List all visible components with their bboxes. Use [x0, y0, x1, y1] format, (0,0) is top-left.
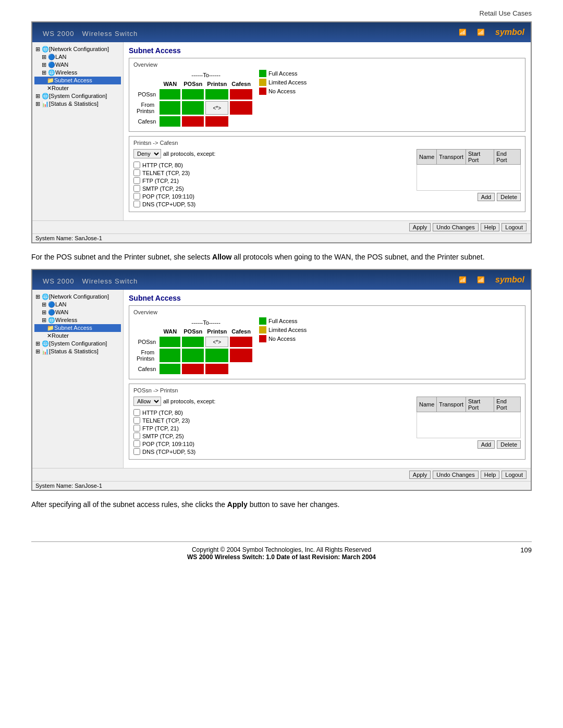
sidebar2-network-config[interactable]: ⊞ 🌐[Network Configuration] [34, 293, 121, 301]
add-button-2[interactable]: Add [478, 440, 495, 449]
grid2-1-2[interactable] [205, 349, 228, 362]
sidebar-wan[interactable]: ⊞ 🔵WAN [34, 61, 121, 69]
panel-1-header-icons: 📶 📶 symbol [459, 28, 524, 37]
delete-button-1[interactable]: Delete [497, 193, 521, 201]
panel-1-footer: Apply Undo Changes Help Logout [32, 220, 531, 233]
check-smtp-2[interactable] [133, 433, 140, 439]
undo-button-2[interactable]: Undo Changes [433, 471, 478, 479]
panel-2: WS 2000 Wireless Switch 📶 📶 symbol ⊞ 🌐[N… [31, 269, 532, 491]
check-ftp-1[interactable] [133, 177, 140, 184]
apply-button-1[interactable]: Apply [409, 223, 431, 231]
sidebar-router[interactable]: ✕Router [34, 84, 121, 92]
grid1-2-0[interactable] [160, 116, 180, 127]
delete-button-2[interactable]: Delete [497, 440, 521, 449]
grid2-2-1[interactable] [182, 364, 204, 374]
grid1-1-2[interactable]: <*> [205, 101, 228, 115]
symbol-logo-2: symbol [495, 275, 524, 285]
grid2-0-3[interactable] [230, 337, 252, 347]
proto-dns-2: DNS (TCP+UDP, 53) [133, 448, 411, 455]
sidebar2-wan[interactable]: ⊞ 🔵WAN [34, 309, 121, 316]
grid1-1-1[interactable] [182, 101, 204, 115]
add-delete-row-1: Add Delete [417, 193, 521, 201]
legend-no-2: No Access [259, 335, 307, 342]
panel-1-rule-inner: Deny Allow all protocols, except: HTTP (… [133, 149, 521, 208]
grid1-2-1[interactable] [182, 116, 204, 127]
grid1-0-3[interactable] [230, 89, 252, 100]
panel-1-header: WS 2000 Wireless Switch 📶 📶 symbol [32, 22, 531, 42]
check-dns-1[interactable] [133, 201, 140, 207]
sidebar-network-config[interactable]: ⊞ 🌐[Network Configuration] [34, 45, 121, 53]
panel-1: WS 2000 Wireless Switch 📶 📶 symbol ⊞ 🌐[N… [31, 21, 532, 243]
grid1-0-2[interactable] [205, 89, 228, 100]
overview-label-2: Overview [133, 309, 521, 315]
sidebar2-system-config[interactable]: ⊞ 🌐[System Configuration] [34, 340, 121, 348]
grid1-0-1[interactable] [182, 89, 204, 100]
legend-red-icon-2 [259, 335, 266, 342]
sidebar2-lan[interactable]: ⊞ 🔵LAN [34, 301, 121, 309]
undo-button-1[interactable]: Undo Changes [433, 223, 478, 231]
signal-icon-4: 📶 [477, 276, 485, 283]
panel-2-header: WS 2000 Wireless Switch 📶 📶 symbol [32, 270, 531, 290]
check-dns-2[interactable] [133, 448, 140, 455]
sidebar2-subnet-access[interactable]: 📁Subnet Access [34, 324, 121, 332]
help-button-2[interactable]: Help [481, 471, 500, 479]
proto-http-1: HTTP (TCP, 80) [133, 162, 411, 168]
legend-red-icon [259, 88, 266, 95]
sidebar2-router[interactable]: ✕Router [34, 332, 121, 340]
panel-2-body: ⊞ 🌐[Network Configuration] ⊞ 🔵LAN ⊞ 🔵WAN… [32, 290, 531, 468]
col-name-1: Name [417, 150, 437, 165]
panel-2-rule-inner: Allow Deny all protocols, except: HTTP (… [133, 397, 521, 456]
check-pop-1[interactable] [133, 193, 140, 200]
grid2-2-2[interactable] [205, 364, 228, 374]
help-button-1[interactable]: Help [481, 223, 500, 231]
legend-green-icon [259, 70, 266, 77]
grid2-1-0[interactable] [160, 349, 180, 362]
to-label-2: ------To------ [160, 319, 252, 326]
grid2-0-0[interactable] [160, 337, 180, 347]
grid2-2-0[interactable] [160, 364, 180, 374]
check-http-2[interactable] [133, 409, 140, 416]
proto-telnet-1: TELNET (TCP, 23) [133, 169, 411, 176]
sidebar-wireless[interactable]: ⊞ 🌐Wireless [34, 69, 121, 77]
proto-smtp-1: SMTP (TCP, 25) [133, 185, 411, 192]
grid1-0-0[interactable] [160, 89, 180, 100]
panel-2-rule-box: POSsn -> Printsn Allow Deny all protocol… [129, 384, 525, 460]
panel-1-body: ⊞ 🌐[Network Configuration] ⊞ 🔵LAN ⊞ 🔵WAN… [32, 42, 531, 220]
sidebar-system-config[interactable]: ⊞ 🌐[System Configuration] [34, 92, 121, 100]
body-text-2: After specifying all of the subnet acces… [31, 499, 532, 510]
grid2-0-1[interactable] [182, 337, 204, 347]
sidebar2-wireless[interactable]: ⊞ 🌐Wireless [34, 316, 121, 324]
grid2-1-3[interactable] [230, 349, 252, 362]
grid1-2-2[interactable] [205, 116, 228, 127]
signal-icon-2: 📶 [477, 29, 485, 36]
sidebar-lan[interactable]: ⊞ 🔵LAN [34, 53, 121, 61]
check-ftp-2[interactable] [133, 425, 140, 431]
col-startport-1: Start Port [466, 150, 494, 165]
check-telnet-2[interactable] [133, 417, 140, 424]
apply-button-2[interactable]: Apply [409, 471, 431, 479]
panel-1-title: WS 2000 Wireless Switch [39, 26, 138, 39]
grid1-1-3[interactable] [230, 101, 252, 115]
logout-button-1[interactable]: Logout [501, 223, 527, 231]
grid1-1-0[interactable] [160, 101, 180, 115]
legend-2: Full Access Limited Access No Access [259, 317, 307, 342]
panel-2-action-select[interactable]: Allow Deny [133, 397, 161, 406]
grid2-1-1[interactable] [182, 349, 204, 362]
add-button-1[interactable]: Add [478, 193, 495, 201]
panel-1-overview: Overview ------To------ WAN POSsn [129, 58, 525, 132]
legend-no-1: No Access [259, 88, 307, 95]
sidebar2-status[interactable]: ⊞ 📊[Status & Statistics] [34, 348, 121, 355]
system-name-2: System Name: SanJose-1 [35, 483, 102, 489]
logout-button-2[interactable]: Logout [501, 471, 527, 479]
panel-1-action-select[interactable]: Deny Allow [133, 149, 161, 158]
sidebar-subnet-access[interactable]: 📁Subnet Access [34, 77, 121, 84]
check-telnet-1[interactable] [133, 169, 140, 176]
grid2-0-2[interactable]: <*> [205, 337, 228, 347]
check-http-1[interactable] [133, 162, 140, 168]
protocol-table-2: Name Transport Start Port End Port [417, 397, 521, 412]
proto-http-2: HTTP (TCP, 80) [133, 409, 411, 416]
check-smtp-1[interactable] [133, 185, 140, 192]
sidebar-status[interactable]: ⊞ 📊[Status & Statistics] [34, 100, 121, 108]
check-pop-2[interactable] [133, 440, 140, 447]
panel-2-rule-title: POSsn -> Printsn [133, 387, 521, 393]
